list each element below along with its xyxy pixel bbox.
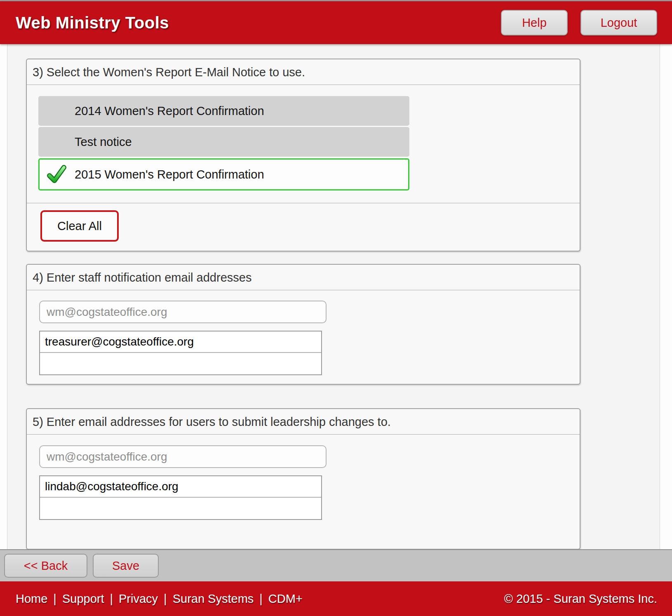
notice-option-label: 2014 Women's Report Confirmation: [75, 104, 264, 118]
notice-option-test[interactable]: Test notice: [38, 127, 409, 157]
save-button[interactable]: Save: [93, 554, 159, 578]
leadership-email-new-input[interactable]: [39, 445, 327, 468]
copyright-text: © 2015 - Suran Systems Inc.: [504, 592, 657, 606]
notice-select-section: 3) Select the Women's Report E-Mail Noti…: [26, 59, 580, 252]
notice-option-label: Test notice: [75, 135, 132, 149]
staff-email-entry-1[interactable]: [40, 332, 321, 353]
staff-email-list: [39, 331, 322, 375]
footer-links: Home | Support | Privacy | Suran Systems…: [16, 592, 303, 606]
leadership-email-entry-1[interactable]: [40, 476, 321, 498]
footer-separator: |: [110, 592, 113, 606]
clear-all-button[interactable]: Clear All: [40, 210, 119, 242]
back-button[interactable]: << Back: [4, 554, 87, 578]
staff-email-section: 4) Enter staff notification email addres…: [26, 264, 580, 385]
app-title: Web Ministry Tools: [16, 14, 169, 32]
notice-section-footer: Clear All: [27, 203, 580, 251]
footer-link-privacy[interactable]: Privacy: [119, 592, 158, 606]
footer-link-cdm[interactable]: CDM+: [268, 592, 303, 606]
footer-link-suran-systems[interactable]: Suran Systems: [173, 592, 254, 606]
footer-separator: |: [259, 592, 263, 606]
app-footer: Home | Support | Privacy | Suran Systems…: [0, 581, 672, 616]
notice-option-label: 2015 Women's Report Confirmation: [75, 168, 264, 181]
notice-option-2015-selected[interactable]: 2015 Women's Report Confirmation: [38, 158, 409, 190]
staff-email-entry-2[interactable]: [40, 353, 321, 374]
leadership-email-entry-2[interactable]: [40, 498, 321, 519]
footer-separator: |: [164, 592, 167, 606]
leadership-email-body: [27, 435, 580, 549]
footer-separator: |: [53, 592, 56, 606]
header-buttons: Help Logout: [501, 10, 657, 35]
help-button[interactable]: Help: [501, 10, 568, 35]
footer-link-home[interactable]: Home: [16, 592, 47, 606]
main-panel: 3) Select the Women's Report E-Mail Noti…: [7, 44, 660, 549]
staff-email-new-input[interactable]: [39, 301, 327, 323]
footer-link-support[interactable]: Support: [62, 592, 104, 606]
logout-button[interactable]: Logout: [580, 10, 657, 35]
staff-email-section-title: 4) Enter staff notification email addres…: [27, 265, 580, 290]
leadership-email-section-title: 5) Enter email addresses for users to su…: [27, 409, 580, 435]
leadership-email-section: 5) Enter email addresses for users to su…: [26, 408, 580, 550]
staff-email-body: [27, 290, 580, 384]
notice-section-title: 3) Select the Women's Report E-Mail Noti…: [27, 59, 580, 85]
app-header: Web Ministry Tools Help Logout: [0, 1, 672, 44]
check-icon: [47, 165, 66, 184]
content-area: 3) Select the Women's Report E-Mail Noti…: [0, 44, 672, 549]
bottom-action-bar: << Back Save: [0, 549, 672, 581]
notice-options-list: 2014 Women's Report Confirmation Test no…: [27, 85, 580, 203]
leadership-email-list: [39, 475, 322, 520]
notice-option-2014[interactable]: 2014 Women's Report Confirmation: [38, 96, 409, 126]
